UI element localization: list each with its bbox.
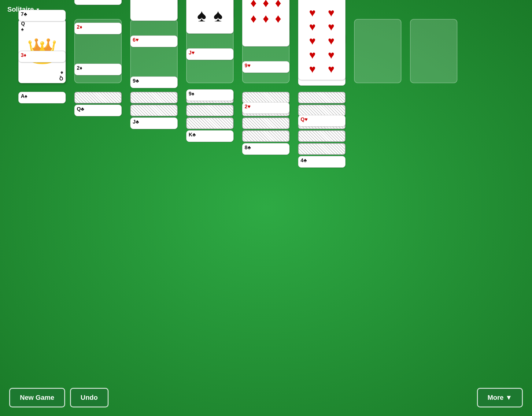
face-down-card[interactable] (298, 92, 345, 103)
foundation-2[interactable] (130, 19, 178, 83)
card-J-hearts[interactable]: J♥ (186, 48, 234, 60)
tableau-col-5: 8♣ 2♥ 9♥ 5♣ 6♦ ♦♦♦ (242, 92, 290, 306)
card-6-diamonds[interactable]: 6♦ ♦♦♦ ♦♦♦ (242, 0, 290, 46)
face-down-card[interactable] (130, 105, 178, 116)
tableau-col-2: Q♣ 2♦ 2♦ 10♦ 3♥ ♥ (74, 92, 122, 306)
card-8-clubs[interactable]: 8♣ (242, 143, 290, 155)
tableau-col-4: K♣ 9♠ J♥ K♦ 4♠ ♠♠ (186, 92, 234, 306)
face-down-card[interactable] (74, 92, 122, 103)
card-10-clubs[interactable]: 10♣ ♣♣♣♣ ♣♣♣♣ ♣♣ (130, 0, 178, 21)
face-down-card[interactable] (242, 92, 290, 103)
game-area: Q♠ 👑 Q♠ A♠ (0, 19, 532, 306)
foundation-5[interactable] (354, 19, 401, 83)
face-down-card[interactable] (130, 92, 178, 103)
card-6-hearts[interactable]: 6♥ (130, 35, 178, 47)
card-J-clubs[interactable]: J♣ (130, 117, 178, 129)
tableau: A♠ 3♦ 7♣ 4♦ A♣ (18, 92, 514, 306)
card-7-clubs[interactable]: 7♣ (18, 10, 66, 21)
card-3-diamonds[interactable]: 3♦ (18, 51, 66, 62)
card-9-clubs[interactable]: 9♣ (130, 76, 178, 88)
card-A-spades[interactable]: A♠ (18, 92, 66, 103)
undo-button[interactable]: Undo (70, 388, 109, 407)
card-9-hearts[interactable]: 9♥ (242, 61, 290, 73)
face-down-card[interactable] (242, 117, 290, 129)
queen-corner-tl: Q♠ (21, 21, 25, 32)
card-2-diamonds-b[interactable]: 2♦ (74, 23, 122, 34)
new-game-button[interactable]: New Game (9, 388, 65, 407)
tableau-col-3: J♣ 9♣ 6♥ Q♦ 10♣ ♣♣♣♣ (130, 92, 178, 306)
face-down-card[interactable] (298, 130, 345, 142)
card-3-hearts[interactable]: 3♥ ♥ ♥♥ (74, 0, 122, 5)
card-K-clubs[interactable]: K♣ (186, 130, 234, 142)
card-4-spades[interactable]: 4♠ ♠♠ ♠♠ (186, 0, 234, 34)
card-2-diamonds-a[interactable]: 2♦ (74, 64, 122, 75)
tableau-col-1: A♠ 3♦ 7♣ 4♦ A♣ (18, 92, 66, 306)
foundation-6[interactable] (410, 19, 457, 83)
face-down-card[interactable] (298, 105, 345, 116)
face-down-card[interactable] (186, 117, 234, 129)
face-down-card[interactable] (298, 143, 345, 155)
face-down-card[interactable] (186, 105, 234, 116)
card-Q-clubs[interactable]: Q♣ (74, 105, 122, 116)
card-10-hearts[interactable]: 10♥ ♥♥ ♥♥ ♥♥ ♥♥ ♥♥ (298, 0, 345, 80)
app: Solitaire ▼ Q♠ 👑 Q♠ (0, 0, 532, 416)
face-down-card[interactable] (242, 130, 290, 142)
card-Q-hearts[interactable]: Q♥ (298, 115, 345, 127)
more-button[interactable]: More ▼ (477, 388, 523, 407)
card-2-hearts[interactable]: 2♥ (242, 102, 290, 114)
tableau-col-6: 4♣ Q♥ 8♥ 4♥ 10♥ ♥♥ (298, 92, 345, 306)
queen-corner-br: Q♠ (59, 70, 63, 81)
card-9-spades[interactable]: 9♠ (186, 89, 234, 101)
card-4-clubs[interactable]: 4♣ (298, 156, 345, 168)
bottom-bar: New Game Undo More ▼ (0, 388, 532, 407)
